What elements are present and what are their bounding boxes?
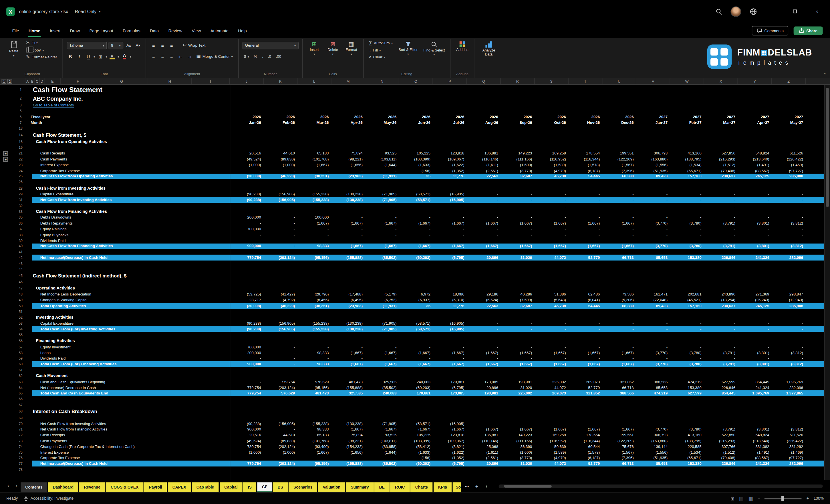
data-cell[interactable]: (1,469) — [772, 162, 806, 167]
data-cell[interactable]: - — [569, 321, 602, 326]
data-cell[interactable]: (1,611) — [467, 450, 501, 455]
data-cell[interactable]: (1,578) — [569, 162, 602, 167]
data-cell[interactable]: - — [670, 421, 704, 426]
data-cell[interactable]: (1,667) — [569, 244, 602, 249]
row-number[interactable]: 5 — [16, 109, 26, 113]
autosum-button[interactable]: ∑AutoSum▾ — [367, 40, 394, 46]
sheet-tab-scenarios[interactable]: Scenarios — [289, 482, 317, 492]
data-cell[interactable]: - — [264, 427, 297, 432]
data-cell[interactable]: - — [569, 226, 602, 231]
row-number[interactable]: 67 — [16, 403, 26, 407]
data-cell[interactable]: - — [264, 215, 297, 220]
close-button[interactable]: × — [810, 9, 824, 14]
data-cell[interactable]: - — [602, 321, 636, 326]
row-label[interactable]: Net Income Less Depreciation — [26, 292, 230, 296]
data-cell[interactable]: Aug-26 — [467, 120, 501, 125]
data-cell[interactable]: - — [467, 192, 501, 196]
data-cell[interactable]: (11,931) — [365, 303, 399, 308]
data-cell[interactable]: 65,183 — [297, 433, 331, 438]
zoom-out-button[interactable]: – — [758, 496, 760, 501]
data-cell[interactable]: (3,812) — [772, 350, 806, 355]
data-cell[interactable]: (11,931) — [365, 174, 399, 179]
data-cell[interactable]: - — [636, 421, 670, 426]
comma-format-button[interactable]: , — [261, 54, 265, 59]
data-cell[interactable]: 68,380 — [602, 174, 636, 179]
data-cell[interactable]: (1,667) — [365, 362, 399, 367]
data-cell[interactable]: 60,544 — [569, 444, 602, 449]
data-cell[interactable]: 230,637 — [704, 303, 738, 308]
data-cell[interactable]: - — [433, 345, 467, 350]
data-cell[interactable]: (1,589) — [535, 450, 569, 455]
row-label[interactable]: Net (Increase) Decrease In Cash — [26, 385, 230, 390]
column-header-F[interactable]: F — [61, 78, 95, 84]
row-number[interactable]: 56 — [16, 339, 26, 343]
data-cell[interactable]: (6,310) — [433, 297, 467, 302]
data-cell[interactable]: (163,880) — [636, 439, 670, 443]
data-cell[interactable]: (58,571) — [399, 421, 433, 426]
data-cell[interactable]: 854,445 — [738, 380, 772, 384]
data-cell[interactable]: (130,238) — [331, 321, 365, 326]
row-label[interactable]: Cash Flow Statement (indirect method), $ — [26, 273, 230, 278]
data-cell[interactable]: 52,779 — [569, 461, 602, 466]
data-cell[interactable]: 66,713 — [602, 385, 636, 390]
data-cell[interactable]: (1,667) — [433, 362, 467, 367]
data-cell[interactable]: (60,203) — [399, 255, 433, 260]
data-cell[interactable]: 576,629 — [264, 391, 297, 396]
data-cell[interactable]: 193,981 — [467, 391, 501, 396]
row-number[interactable]: 62 — [16, 374, 26, 378]
row-number[interactable]: 24 — [16, 169, 26, 172]
row-label[interactable]: Debts Drawdowns — [26, 215, 230, 220]
font-color-button[interactable]: A — [121, 53, 128, 60]
data-cell[interactable]: (3,780) — [670, 362, 704, 367]
data-cell[interactable]: (1,644) — [365, 450, 399, 455]
data-cell[interactable]: - — [535, 226, 569, 231]
row-label[interactable]: Capital Expenditure — [26, 321, 230, 326]
data-cell[interactable]: 200,000 — [230, 215, 263, 220]
row-label[interactable]: Cash Payments — [26, 157, 230, 162]
sheet-tab-valuation[interactable]: Valuation — [318, 482, 345, 492]
data-cell[interactable]: 779,754 — [230, 385, 263, 390]
row-number[interactable]: 33 — [16, 210, 26, 213]
data-cell[interactable]: (1,667) — [602, 362, 636, 367]
data-cell[interactable]: 73,586 — [602, 292, 636, 296]
data-cell[interactable]: 2026 — [602, 114, 636, 119]
data-cell[interactable]: - — [331, 345, 365, 350]
data-cell[interactable]: (23,983) — [331, 174, 365, 179]
row-label[interactable]: Fiscal year — [26, 114, 230, 119]
data-cell[interactable]: 306,793 — [636, 151, 670, 156]
data-cell[interactable]: (1,667) — [331, 221, 365, 226]
data-cell[interactable]: 169,258 — [535, 433, 569, 438]
data-cell[interactable]: (1,000) — [264, 450, 297, 455]
row-number[interactable]: 39 — [16, 239, 26, 242]
row-number[interactable]: 31 — [16, 198, 26, 202]
addins-button[interactable]: Add-ins — [454, 40, 471, 53]
menu-item-file[interactable]: File — [7, 25, 24, 37]
data-cell[interactable]: (6,795) — [433, 255, 467, 260]
vertical-scrollbar-thumb[interactable] — [826, 88, 829, 207]
row-number[interactable]: 58 — [16, 351, 26, 354]
data-cell[interactable]: (3,770) — [636, 427, 670, 432]
row-number[interactable]: 38 — [16, 233, 26, 237]
data-cell[interactable]: 481,473 — [331, 380, 365, 384]
row-number[interactable]: 77 — [16, 462, 26, 465]
data-cell[interactable]: 548,824 — [738, 433, 772, 438]
data-cell[interactable]: - — [704, 421, 738, 426]
row-number[interactable]: 13 — [16, 126, 26, 130]
insert-cells-button[interactable]: ⊞Insert▾ — [306, 40, 322, 57]
data-cell[interactable]: 85,653 — [636, 461, 670, 466]
data-cell[interactable]: 2026 — [230, 114, 263, 119]
data-cell[interactable]: (3,801) — [738, 362, 772, 367]
sheet-tab-capital[interactable]: Capital — [220, 482, 243, 492]
data-cell[interactable]: 25,068 — [467, 444, 501, 449]
data-cell[interactable]: (116,344) — [569, 157, 602, 162]
row-label[interactable]: Cash Flow from Operating Activities — [26, 139, 230, 144]
data-cell[interactable]: (1,667) — [535, 362, 569, 367]
data-cell[interactable]: (30,008) — [230, 303, 263, 308]
data-cell[interactable]: (1,469) — [772, 450, 806, 455]
data-cell[interactable]: (111,166) — [501, 157, 535, 162]
data-cell[interactable]: (16,905) — [433, 192, 467, 196]
data-cell[interactable]: 98,333 — [297, 362, 331, 367]
view-normal-button[interactable]: ⊞ — [731, 496, 734, 501]
data-cell[interactable]: - — [670, 192, 704, 196]
data-cell[interactable]: 779,754 — [230, 391, 263, 396]
